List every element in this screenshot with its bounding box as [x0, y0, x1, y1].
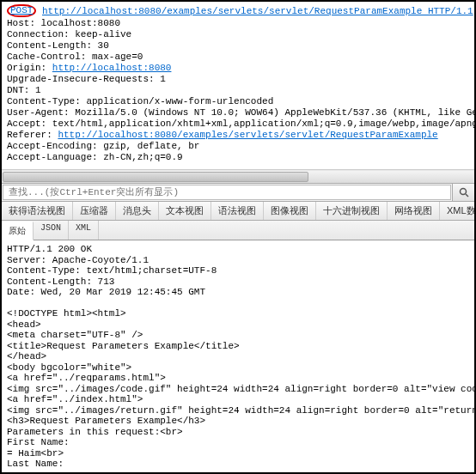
- request-header: Host: localhost:8080: [7, 18, 469, 29]
- request-header: Accept-Encoding: gzip, deflate, br: [7, 141, 469, 152]
- format-tab[interactable]: JSON: [34, 221, 69, 240]
- request-header: Upgrade-Insecure-Requests: 1: [7, 74, 469, 85]
- format-tab[interactable]: 原始: [2, 222, 34, 240]
- response-header: Server: Apache-Coyote/1.1: [7, 255, 469, 266]
- response-header: Content-Type: text/html;charset=UTF-8: [7, 265, 469, 276]
- view-tab[interactable]: 十六进制视图: [316, 202, 388, 220]
- view-tab[interactable]: 消息头: [116, 202, 159, 220]
- view-tab[interactable]: 压缩器: [73, 202, 116, 220]
- request-header: DNT: 1: [7, 85, 469, 96]
- request-method: POST: [7, 4, 36, 17]
- response-body-line: <body bgcolor="white">: [7, 362, 469, 374]
- svg-line-1: [466, 194, 468, 197]
- response-body-line: = Haim<br>: [7, 448, 469, 459]
- request-header: Referer: http://localhost:8080/examples/…: [7, 130, 469, 141]
- view-tab[interactable]: 网络视图: [388, 202, 440, 220]
- view-tabs: 获得语法视图压缩器消息头文本视图语法视图图像视图十六进制视图网络视图XML数据视: [2, 202, 474, 221]
- response-header: Content-Length: 713: [7, 276, 469, 288]
- response-header: Date: Wed, 20 Mar 2019 12:45:45 GMT: [7, 287, 469, 298]
- response-body-line: <meta charset="UTF-8" />: [7, 330, 469, 341]
- view-tab[interactable]: 图像视图: [264, 202, 316, 220]
- request-pane: POST http://localhost:8080/examples/serv…: [2, 2, 474, 169]
- response-body-line: <title>Request Parameters Example</title…: [7, 341, 469, 352]
- request-url[interactable]: http://localhost:8080/examples/servlets/…: [42, 6, 473, 16]
- request-header: Connection: keep-alive: [7, 29, 469, 40]
- view-tab[interactable]: 文本视图: [159, 202, 211, 220]
- search-input[interactable]: [3, 185, 451, 200]
- format-tabs: 原始JSONXML: [2, 221, 474, 240]
- format-tab[interactable]: XML: [69, 221, 99, 240]
- response-body-line: <!DOCTYPE html><html>: [7, 308, 469, 319]
- view-tab[interactable]: 获得语法视图: [2, 202, 73, 220]
- request-header: Accept-Language: zh-CN,zh;q=0.9: [7, 152, 469, 163]
- response-body-line: <img src="../images/return.gif" height=2…: [7, 405, 469, 416]
- response-pane: HTTP/1.1 200 OK Server: Apache-Coyote/1.…: [2, 240, 474, 467]
- request-header: Accept: text/html,application/xhtml+xml,…: [7, 118, 469, 130]
- response-body-line: Parameters in this request:<br>: [7, 427, 469, 438]
- search-bar: [2, 183, 474, 202]
- response-body-line: <a href="../reqparams.html">: [7, 373, 469, 384]
- response-body-line: <a href="../index.html">: [7, 394, 469, 405]
- response-body-line: </head>: [7, 351, 469, 362]
- horizontal-scrollbar[interactable]: [2, 169, 474, 183]
- response-body-line: First Name:: [7, 437, 469, 448]
- request-header: Content-Length: 30: [7, 40, 469, 52]
- request-header: Origin: http://localhost:8080: [7, 63, 469, 74]
- response-body-line: <img src="../images/code.gif" height=24 …: [7, 384, 469, 395]
- svg-point-0: [460, 189, 466, 195]
- view-tab[interactable]: 语法视图: [211, 202, 264, 220]
- header-link[interactable]: http://localhost:8080/examples/servlets/…: [58, 130, 437, 140]
- response-body-line: <h3>Request Parameters Example</h3>: [7, 416, 469, 427]
- view-tab[interactable]: XML数据视: [440, 202, 476, 220]
- search-button[interactable]: [452, 184, 474, 201]
- request-header: Cache-Control: max-age=0: [7, 52, 469, 63]
- response-status: HTTP/1.1 200 OK: [7, 244, 469, 255]
- response-body-line: Last Name:: [7, 459, 469, 467]
- header-link[interactable]: http://localhost:8080: [52, 63, 172, 73]
- search-icon: [459, 187, 469, 198]
- request-header: Content-Type: application/x-www-form-url…: [7, 96, 469, 107]
- request-header: User-Agent: Mozilla/5.0 (Windows NT 10.0…: [7, 107, 469, 118]
- response-body-line: <head>: [7, 319, 469, 331]
